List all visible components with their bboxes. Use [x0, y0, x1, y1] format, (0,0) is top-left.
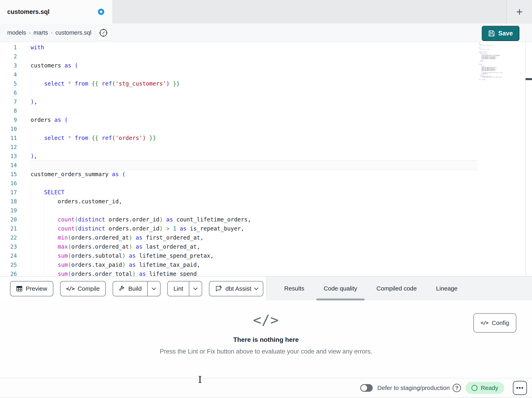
breadcrumb-models[interactable]: models [7, 29, 26, 36]
code-line[interactable]: sum(orders.subtotal) as lifetime_spend_p… [31, 251, 251, 260]
ready-label: Ready [481, 385, 498, 391]
line-number: 26 [0, 269, 17, 276]
help-icon[interactable]: ? [453, 384, 461, 392]
code-line[interactable] [31, 106, 251, 115]
line-number: 17 [0, 188, 17, 197]
build-label: Build [128, 285, 142, 292]
line-number: 13 [0, 152, 17, 161]
line-number: 9 [0, 115, 17, 124]
scrollbar-marker[interactable] [526, 78, 532, 80]
build-split-button: Build [113, 281, 161, 296]
line-number: 14 [0, 161, 17, 170]
line-number: 10 [0, 124, 17, 133]
panel-tabs: Results Code quality Compiled code Linea… [266, 277, 532, 300]
new-tab-button[interactable]: + [516, 6, 523, 18]
code-lines[interactable]: with customers as ( select * from {{ ref… [31, 43, 251, 276]
save-floppy-icon [488, 30, 495, 37]
indent-guide [44, 197, 44, 276]
code-brackets-icon: </> [66, 286, 74, 292]
new-tab-zone: + [507, 0, 532, 24]
indent-guide [31, 70, 31, 97]
tab-results[interactable]: Results [277, 277, 311, 300]
editor-tab-bar: customers.sql + [0, 0, 532, 24]
line-number: 20 [0, 215, 17, 224]
tab-lineage[interactable]: Lineage [429, 277, 465, 300]
code-line[interactable]: ), [31, 152, 251, 161]
lint-button[interactable]: Lint [168, 281, 189, 296]
code-line[interactable]: customers as ( [31, 61, 251, 70]
code-line[interactable] [31, 161, 251, 170]
tab-code-quality[interactable]: Code quality [316, 277, 364, 300]
preview-button[interactable]: Preview [10, 281, 53, 296]
tab-customers-sql[interactable]: customers.sql [0, 0, 112, 24]
empty-state-title: There is nothing here [233, 336, 299, 343]
code-line[interactable] [31, 179, 251, 188]
code-editor[interactable]: 1234567891011121314151617181920212223242… [0, 42, 532, 276]
line-number: 5 [0, 79, 17, 88]
save-button[interactable]: Save [482, 26, 519, 41]
dbt-assist-button[interactable]: dbt Assist [209, 281, 263, 296]
code-line[interactable]: SELECT [31, 188, 251, 197]
chevron-down-icon [152, 287, 156, 290]
code-line[interactable] [31, 206, 251, 215]
line-number: 2 [0, 52, 17, 61]
chevron-down-icon [193, 287, 198, 290]
code-line[interactable]: count(distinct orders.order_id) as count… [31, 215, 251, 224]
compile-button[interactable]: </> Compile [60, 281, 106, 296]
minimap-divider [525, 42, 526, 276]
code-line[interactable] [31, 88, 251, 97]
code-line[interactable] [31, 70, 251, 79]
status-circle-icon [471, 385, 477, 391]
more-options-button[interactable]: ••• [513, 381, 527, 395]
dbt-assist-dropdown[interactable] [253, 281, 263, 296]
code-line[interactable] [31, 124, 251, 133]
code-line[interactable]: ), [31, 97, 251, 106]
tab-compiled-code[interactable]: Compiled code [369, 277, 424, 300]
status-badge: Ready [465, 382, 504, 394]
code-line[interactable]: select * from {{ ref('orders') }} [31, 133, 251, 143]
chevron-down-icon [254, 287, 259, 290]
breadcrumb: models › marts › customers.sql [7, 29, 91, 36]
save-label: Save [498, 30, 513, 37]
build-dropdown-button[interactable] [147, 281, 160, 296]
line-number: 4 [0, 70, 17, 79]
code-line[interactable]: with [31, 43, 251, 52]
code-line[interactable]: customer_orders_summary as ( [31, 170, 251, 179]
line-number: 7 [0, 97, 17, 106]
lint-label: Lint [173, 285, 183, 292]
line-number-gutter: 1234567891011121314151617181920212223242… [0, 43, 17, 276]
line-number: 23 [0, 242, 17, 251]
code-line[interactable]: min(orders.ordered_at) as first_ordered_… [31, 233, 251, 242]
code-line[interactable]: orders as ( [31, 115, 251, 124]
code-quality-panel: </> Config </> There is nothing here Pre… [0, 300, 532, 378]
editor-action-bar: Preview </> Compile Build [0, 276, 532, 300]
breadcrumb-marts[interactable]: marts [33, 29, 48, 36]
tab-title: customers.sql [7, 8, 50, 15]
line-number: 11 [0, 133, 17, 143]
code-line[interactable]: count(distinct orders.order_id) > 1 as i… [31, 224, 251, 233]
navigate-compass-button[interactable] [96, 25, 111, 40]
defer-toggle[interactable] [360, 384, 373, 392]
code-line[interactable]: sum(orders.order_total) as lifetime_spen… [31, 269, 251, 276]
build-button[interactable]: Build [113, 281, 147, 296]
breadcrumb-file: customers.sql [55, 29, 91, 36]
toggle-knob [361, 385, 367, 391]
code-line[interactable]: select * from {{ ref('stg_customers') }} [31, 79, 251, 88]
dbt-ide-window: customers.sql + models › marts › custome… [0, 0, 532, 398]
line-number: 21 [0, 224, 17, 233]
line-number: 8 [0, 106, 17, 115]
code-line[interactable] [31, 52, 251, 61]
code-line[interactable]: orders.customer_id, [31, 197, 251, 206]
line-number: 24 [0, 251, 17, 260]
code-line[interactable] [31, 143, 251, 152]
line-number: 18 [0, 197, 17, 206]
editor-minimap[interactable]: with customers as ( select * from {{ ref… [479, 43, 525, 196]
line-number: 12 [0, 143, 17, 152]
line-number: 6 [0, 88, 17, 97]
code-brackets-icon: </> [253, 312, 279, 328]
unsaved-changes-dot-icon [98, 9, 104, 15]
code-line[interactable]: max(orders.ordered_at) as last_ordered_a… [31, 242, 251, 251]
code-line[interactable]: sum(orders.tax_paid) as lifetime_tax_pai… [31, 260, 251, 269]
lint-dropdown-button[interactable] [189, 281, 202, 296]
compile-label: Compile [78, 285, 100, 292]
